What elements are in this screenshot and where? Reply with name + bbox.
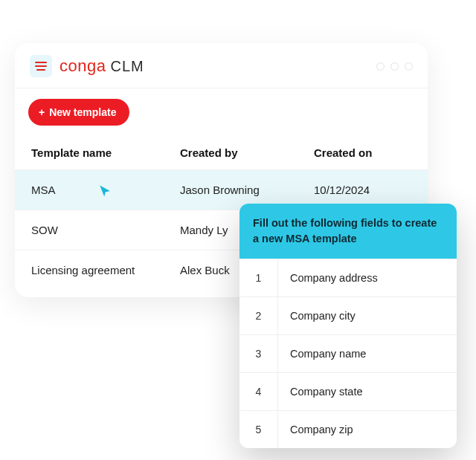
table-header: Template name Created by Created on bbox=[15, 136, 428, 170]
popup-field-row[interactable]: 3 Company name bbox=[239, 334, 457, 372]
brand-name: conga bbox=[60, 56, 106, 76]
field-number: 3 bbox=[239, 335, 278, 372]
brand-product: CLM bbox=[110, 58, 144, 75]
canvas: conga CLM + New template Template name C… bbox=[0, 0, 476, 460]
toolbar: + New template bbox=[15, 88, 428, 136]
popup-title: Fill out the following fields to create … bbox=[239, 204, 457, 259]
popup-field-row[interactable]: 5 Company zip bbox=[239, 410, 457, 448]
cell-template-name: Licensing agreement bbox=[31, 264, 180, 276]
col-created-by: Created by bbox=[180, 146, 314, 159]
cell-created-on: 10/12/2024 bbox=[314, 184, 411, 196]
popup-field-row[interactable]: 2 Company city bbox=[239, 297, 457, 334]
window-controls bbox=[376, 62, 413, 71]
window-control-dot[interactable] bbox=[390, 62, 399, 71]
cell-created-by: Jason Browning bbox=[180, 184, 314, 196]
field-label: Company address bbox=[278, 259, 457, 297]
window-control-dot[interactable] bbox=[376, 62, 385, 71]
brand-block: conga CLM bbox=[30, 55, 144, 77]
field-label: Company zip bbox=[278, 411, 457, 448]
fields-popup: Fill out the following fields to create … bbox=[239, 204, 457, 448]
col-created-on: Created on bbox=[314, 146, 411, 159]
new-template-button[interactable]: + New template bbox=[28, 99, 129, 126]
window-control-dot[interactable] bbox=[405, 62, 413, 71]
brand-text: conga CLM bbox=[60, 56, 144, 76]
field-label: Company city bbox=[278, 297, 457, 334]
field-number: 4 bbox=[239, 373, 278, 410]
menu-icon[interactable] bbox=[30, 55, 52, 77]
field-label: Company name bbox=[278, 335, 457, 372]
field-number: 5 bbox=[239, 411, 278, 448]
cursor-icon bbox=[98, 184, 112, 198]
popup-field-row[interactable]: 1 Company address bbox=[239, 259, 457, 297]
new-template-label: New template bbox=[49, 106, 116, 118]
plus-icon: + bbox=[39, 107, 45, 117]
field-label: Company state bbox=[278, 373, 457, 410]
field-number: 1 bbox=[239, 259, 278, 297]
popup-field-row[interactable]: 4 Company state bbox=[239, 372, 457, 410]
col-template-name: Template name bbox=[31, 146, 180, 159]
titlebar: conga CLM bbox=[15, 43, 428, 88]
cell-template-name: SOW bbox=[31, 224, 180, 236]
field-number: 2 bbox=[239, 297, 278, 334]
